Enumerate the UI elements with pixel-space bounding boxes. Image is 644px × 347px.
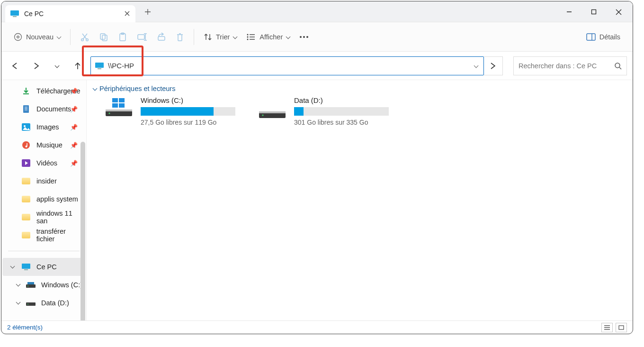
pc-icon <box>95 61 104 71</box>
new-tab-button[interactable] <box>140 4 155 19</box>
music-icon <box>21 140 31 150</box>
drive-windows-c-[interactable]: Windows (C:)27,5 Go libres sur 119 Go <box>106 96 240 126</box>
delete-button[interactable] <box>172 27 188 46</box>
svg-rect-7 <box>102 35 107 41</box>
sort-icon <box>204 33 212 41</box>
search-box[interactable] <box>513 56 627 75</box>
drive-name: Data (D:) <box>294 96 394 104</box>
toolbar: Nouveau Trier Afficher Détails <box>1 22 633 52</box>
view-button[interactable]: Afficher <box>242 27 294 46</box>
paste-button[interactable] <box>114 27 131 46</box>
maximize-button[interactable] <box>581 1 606 22</box>
sidebar-item-documents[interactable]: Documents📌 <box>2 100 85 118</box>
cut-button[interactable] <box>76 27 93 46</box>
sidebar-item-applis-system[interactable]: applis system <box>2 190 85 208</box>
address-input[interactable] <box>108 62 471 70</box>
details-label: Détails <box>599 33 620 41</box>
sidebar-item-data-d[interactable]: Data (D:) <box>2 294 85 312</box>
ellipsis-icon <box>299 36 309 38</box>
svg-rect-28 <box>22 264 30 269</box>
sidebar-item-t-l-chargeme[interactable]: Téléchargeme📌 <box>2 82 85 100</box>
search-input[interactable] <box>519 62 610 70</box>
svg-rect-40 <box>106 110 132 111</box>
tab-ce-pc[interactable]: Ce PC <box>5 5 135 22</box>
svg-rect-6 <box>100 34 105 39</box>
sidebar-item-windows-c[interactable]: Windows (C:) <box>2 276 85 294</box>
clipboard-icon <box>118 32 127 42</box>
sidebar-item-insider[interactable]: insider <box>2 172 85 190</box>
go-button[interactable] <box>484 56 503 75</box>
svg-point-31 <box>27 286 28 287</box>
more-button[interactable] <box>295 27 313 46</box>
chevron-right-icon[interactable] <box>17 300 20 306</box>
content-area[interactable]: Périphériques et lecteurs Windows (C:)27… <box>87 80 633 320</box>
chevron-down-icon[interactable] <box>474 62 478 70</box>
chevron-down-icon[interactable] <box>11 264 14 270</box>
svg-point-21 <box>615 63 620 68</box>
details-pane-button[interactable]: Détails <box>582 27 624 46</box>
view-large-button[interactable] <box>616 323 627 332</box>
recent-dropdown[interactable] <box>49 58 65 74</box>
separator <box>8 251 80 251</box>
share-button[interactable] <box>153 27 170 46</box>
scissors-icon <box>80 32 89 42</box>
svg-rect-43 <box>259 111 286 113</box>
sidebar-item-label: Vidéos <box>36 159 57 167</box>
view-details-button[interactable] <box>601 323 613 332</box>
sidebar-item-transf-rer-fichier[interactable]: transférer fichier <box>2 226 85 244</box>
address-bar[interactable] <box>90 56 484 75</box>
svg-rect-35 <box>112 98 118 102</box>
tab-close-icon[interactable] <box>123 10 131 18</box>
sidebar-item-label: Windows (C:) <box>41 281 82 289</box>
close-button[interactable] <box>606 1 631 22</box>
svg-rect-32 <box>27 282 34 284</box>
forward-button[interactable] <box>28 58 44 74</box>
rename-button[interactable] <box>133 27 151 46</box>
sidebar-item-ce-pc[interactable]: Ce PC <box>2 258 85 276</box>
up-button[interactable] <box>70 58 86 74</box>
chevron-right-icon[interactable] <box>17 282 20 288</box>
minimize-button[interactable] <box>557 1 581 22</box>
status-bar: 2 élément(s) <box>1 320 633 334</box>
new-button[interactable]: Nouveau <box>10 27 64 46</box>
svg-rect-18 <box>587 34 595 40</box>
svg-point-25 <box>22 141 30 149</box>
svg-rect-10 <box>138 35 144 39</box>
svg-point-15 <box>300 36 302 38</box>
svg-point-4 <box>81 38 84 41</box>
sidebar-item-vid-os[interactable]: Vidéos📌 <box>2 154 85 172</box>
svg-point-44 <box>262 114 263 116</box>
view-icon <box>246 33 256 41</box>
group-header-devices[interactable]: Périphériques et lecteurs <box>93 85 626 92</box>
svg-point-34 <box>27 304 28 305</box>
separator <box>70 29 71 45</box>
svg-rect-22 <box>23 105 29 113</box>
drive-free-text: 27,5 Go libres sur 119 Go <box>141 119 240 126</box>
svg-rect-0 <box>10 10 19 16</box>
scrollbar-thumb[interactable] <box>80 142 85 320</box>
pin-icon: 📌 <box>70 88 78 95</box>
sidebar-item-musique[interactable]: Musique📌 <box>2 136 85 154</box>
chevron-down-icon <box>57 33 61 41</box>
chevron-down-icon <box>93 85 97 92</box>
svg-point-12 <box>247 34 249 35</box>
drive-usage-bar <box>141 107 235 116</box>
chevron-down-icon <box>286 33 290 41</box>
separator <box>194 29 194 45</box>
back-button[interactable] <box>7 58 23 74</box>
image-icon <box>21 122 31 132</box>
svg-point-13 <box>247 36 249 37</box>
sort-button[interactable]: Trier <box>200 27 241 46</box>
chevron-down-icon <box>233 33 237 41</box>
drive-data-d-[interactable]: Data (D:)301 Go libres sur 335 Go <box>259 96 394 126</box>
sidebar-item-images[interactable]: Images📌 <box>2 118 85 136</box>
copy-button[interactable] <box>95 27 112 46</box>
video-icon <box>21 158 31 168</box>
sidebar-item-windows-11-san[interactable]: windows 11 san <box>2 208 85 226</box>
svg-rect-1 <box>13 16 17 17</box>
navigation-pane[interactable]: Téléchargeme📌Documents📌Images📌Musique📌Vi… <box>1 80 87 320</box>
sidebar-item-label: Images <box>36 123 59 131</box>
rename-icon <box>137 32 147 42</box>
drive-icon <box>259 96 286 126</box>
document-icon <box>21 104 31 114</box>
